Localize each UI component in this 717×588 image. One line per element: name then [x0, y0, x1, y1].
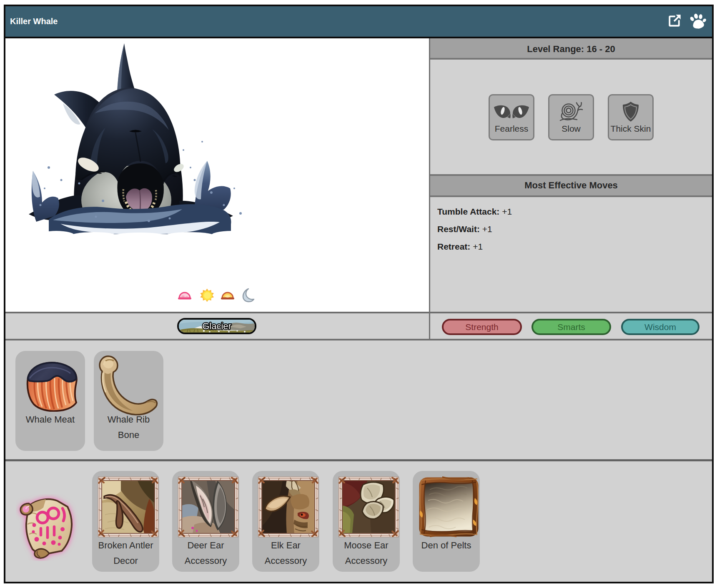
svg-text:Glacier: Glacier	[202, 321, 231, 331]
